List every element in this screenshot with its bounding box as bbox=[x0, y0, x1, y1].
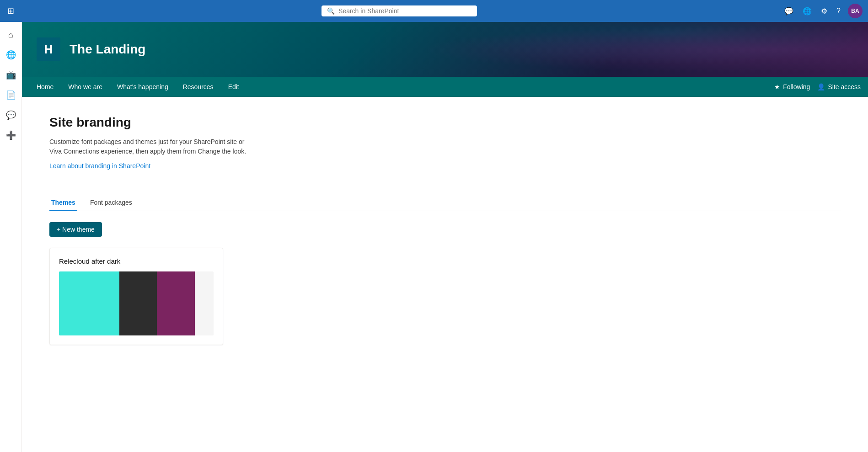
sidebar-item-document[interactable]: 📄 bbox=[2, 86, 20, 104]
navbar: Home Who we are What's happening Resourc… bbox=[22, 77, 868, 97]
main-content: Site branding Customize font packages an… bbox=[22, 97, 868, 452]
waffle-icon[interactable]: ⊞ bbox=[5, 4, 16, 18]
sidebar-item-tv[interactable]: 📺 bbox=[2, 66, 20, 84]
learn-link[interactable]: Learn about branding in SharePoint bbox=[49, 162, 150, 170]
new-theme-button[interactable]: + New theme bbox=[49, 222, 102, 237]
navbar-right: ★ Following 👤 Site access bbox=[774, 83, 861, 90]
search-icon: 🔍 bbox=[327, 7, 335, 15]
tabs: Themes Font packages bbox=[49, 195, 841, 211]
search-box[interactable]: 🔍 bbox=[321, 5, 477, 16]
swatch-purple bbox=[157, 271, 194, 335]
avatar[interactable]: BA bbox=[848, 4, 863, 18]
nav-item-whats-happening[interactable]: What's happening bbox=[110, 77, 176, 97]
site-access-button[interactable]: 👤 Site access bbox=[817, 83, 861, 90]
color-swatch bbox=[59, 271, 214, 335]
star-icon: ★ bbox=[774, 83, 780, 90]
swatch-dark bbox=[119, 271, 157, 335]
site-title: The Landing bbox=[70, 42, 145, 57]
sidebar-item-chat[interactable]: 💬 bbox=[2, 106, 20, 124]
topbar-left: ⊞ bbox=[5, 4, 16, 18]
topbar-right: 💬 🌐 ⚙ ? BA bbox=[782, 4, 863, 18]
theme-card-name: Relecloud after dark bbox=[59, 257, 214, 265]
following-label: Following bbox=[783, 83, 810, 90]
swatch-light bbox=[195, 271, 214, 335]
site-logo: H bbox=[37, 37, 60, 61]
site-access-label: Site access bbox=[828, 83, 861, 90]
help-icon[interactable]: ? bbox=[835, 5, 842, 17]
site-header: H The Landing bbox=[22, 22, 868, 77]
navbar-left: Home Who we are What's happening Resourc… bbox=[29, 77, 246, 97]
search-input[interactable] bbox=[338, 7, 472, 15]
topbar: ⊞ 🔍 💬 🌐 ⚙ ? BA bbox=[0, 0, 868, 22]
page-title: Site branding bbox=[49, 115, 841, 130]
sidebar-item-home[interactable]: ⌂ bbox=[2, 26, 20, 44]
nav-item-resources[interactable]: Resources bbox=[176, 77, 221, 97]
tab-font-packages[interactable]: Font packages bbox=[88, 195, 134, 211]
swatch-cyan bbox=[59, 271, 119, 335]
nav-item-edit[interactable]: Edit bbox=[221, 77, 246, 97]
settings-icon[interactable]: ⚙ bbox=[819, 5, 829, 17]
page-description: Customize font packages and themes just … bbox=[49, 137, 251, 156]
nav-item-who-we-are[interactable]: Who we are bbox=[61, 77, 110, 97]
network-icon[interactable]: 🌐 bbox=[801, 5, 814, 17]
theme-card: Relecloud after dark bbox=[49, 248, 223, 345]
sidebar: ⌂ 🌐 📺 📄 💬 ➕ bbox=[0, 22, 22, 452]
chat-icon[interactable]: 💬 bbox=[782, 5, 795, 17]
people-icon: 👤 bbox=[817, 83, 825, 90]
nav-item-home[interactable]: Home bbox=[29, 77, 61, 97]
following-button[interactable]: ★ Following bbox=[774, 83, 810, 90]
sidebar-item-add[interactable]: ➕ bbox=[2, 126, 20, 144]
tab-themes[interactable]: Themes bbox=[49, 195, 77, 211]
sidebar-item-globe[interactable]: 🌐 bbox=[2, 46, 20, 64]
